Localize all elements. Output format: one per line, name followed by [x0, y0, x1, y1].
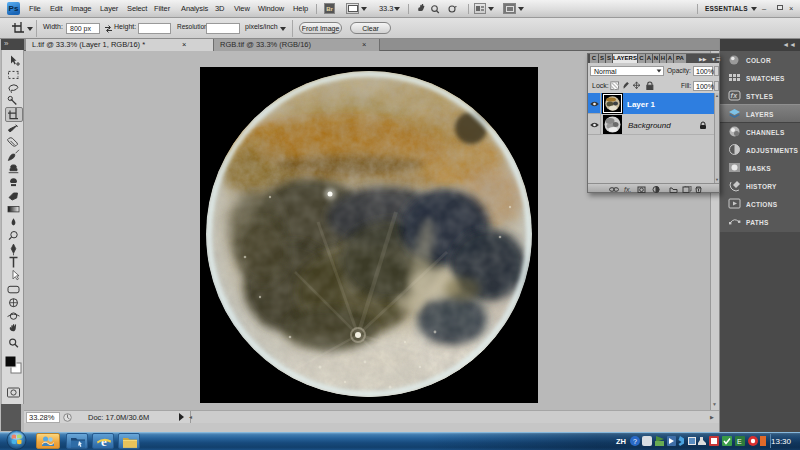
svg-text:E: E	[737, 438, 742, 445]
svg-text:fx: fx	[731, 92, 739, 99]
svg-text:?: ?	[633, 438, 637, 445]
svg-text:fx.: fx.	[624, 186, 631, 193]
